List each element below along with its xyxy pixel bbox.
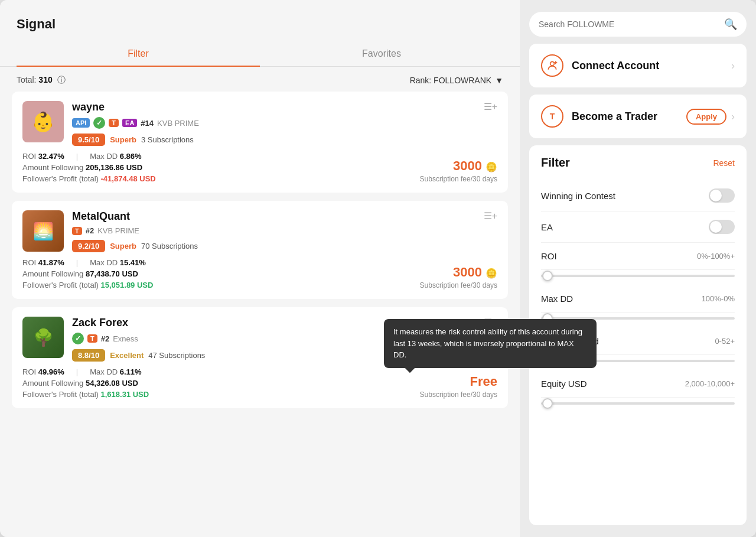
rank-tag: #2 [101, 334, 109, 343]
price-unit: Subscription fee/30 days [420, 281, 497, 289]
price-area: 3000 🪙 Subscription fee/30 days [420, 265, 497, 289]
connect-account-chevron: › [731, 60, 735, 72]
dropdown-icon: ▼ [495, 76, 503, 85]
connect-account-right: › [731, 60, 735, 72]
search-icon: 🔍 [724, 18, 737, 31]
slider-track [541, 275, 735, 277]
right-panel: 🔍 Connect Account › T [520, 0, 756, 537]
price-area: Free Subscription fee/30 days [420, 374, 497, 399]
price-unit: Subscription fee/30 days [420, 175, 497, 183]
maxdd-label: Max DD 15.41% [90, 258, 146, 267]
trader-name: wayne [72, 101, 497, 113]
subscriptions: 3 Subscriptions [141, 135, 194, 144]
quality-label: Excellent [110, 351, 144, 360]
rank-selector[interactable]: Rank: FOLLOWRANK ▼ [410, 76, 503, 85]
filter-title: Filter [541, 156, 570, 170]
filter-row: Max DD 100%-0% [541, 285, 735, 313]
divider: | [76, 367, 78, 376]
following-label: Amount Following 54,326.08 USD [22, 379, 138, 388]
badges: T #2 KVB PRIME [72, 226, 497, 235]
roi-label: ROI 41.87% [22, 258, 64, 267]
filter-label: Winning in Contest [541, 191, 615, 201]
rank-label: Rank: FOLLOWRANK [410, 76, 491, 85]
total-label: Total: [17, 75, 36, 84]
badge-ea: EA [122, 119, 137, 127]
badges: API✓TEA #14 KVB PRIME [72, 117, 497, 129]
signal-card: 👶 wayne API✓TEA #14 KVB PRIME 9.5/10 Sup… [12, 92, 508, 193]
app-container: Signal Filter Favorites Total: 310 ⓘ Ran… [0, 0, 756, 537]
filter-label: Equity USD [541, 379, 587, 389]
become-trader-card[interactable]: T Become a Trader Apply › [529, 95, 747, 138]
signal-list: 👶 wayne API✓TEA #14 KVB PRIME 9.5/10 Sup… [0, 92, 520, 537]
quality-label: Superb [110, 242, 136, 250]
card-main: wayne API✓TEA #14 KVB PRIME 9.5/10 Super… [72, 101, 497, 146]
filter-value: 0%-100%+ [697, 252, 735, 261]
price-area: 3000 🪙 Subscription fee/30 days [420, 158, 497, 183]
filter-toggle[interactable] [709, 220, 735, 234]
subscriptions: 70 Subscriptions [141, 242, 198, 250]
menu-icon[interactable]: ☰+ [484, 102, 497, 112]
menu-icon[interactable]: ☰+ [484, 211, 497, 221]
maxdd-label: Max DD 6.11% [90, 367, 141, 376]
divider: | [76, 258, 78, 267]
card-actions: ☰+ [484, 210, 497, 222]
become-trader-icon: T [541, 105, 563, 128]
filter-label: Max DD [541, 294, 573, 304]
filter-item-group: Max DD 100%-0% [541, 285, 735, 320]
card-header: 🌅 MetalQuant T #2 KVB PRIME 9.2/10 Super… [22, 210, 497, 252]
card-main: MetalQuant T #2 KVB PRIME 9.2/10 Superb … [72, 210, 497, 252]
filter-value: 0-52+ [715, 337, 735, 346]
total-text: Total: 310 ⓘ [17, 75, 66, 86]
signal-card: 🌅 MetalQuant T #2 KVB PRIME 9.2/10 Super… [12, 201, 508, 299]
search-input[interactable] [539, 19, 718, 29]
subscriptions: 47 Subscriptions [148, 351, 205, 360]
badge-verified: ✓ [93, 117, 105, 129]
avatar: 🌳 [22, 317, 64, 358]
filter-item-group: Equity USD 2,000-10,000+ [541, 370, 735, 405]
badge-t: T [109, 119, 119, 127]
roi-label: ROI 32.47% [22, 152, 64, 161]
following-label: Amount Following 205,136.86 USD [22, 163, 142, 172]
become-trader-right: Apply › [686, 109, 735, 125]
tab-filter[interactable]: Filter [17, 41, 260, 66]
rank-tag: #2 [86, 226, 94, 235]
total-count: 310 [38, 75, 52, 84]
slider-thumb[interactable] [542, 398, 553, 409]
reset-button[interactable]: Reset [713, 158, 735, 168]
tooltip-text: It measures the risk control ability of … [393, 327, 582, 359]
broker-tag: KVB PRIME [157, 119, 199, 128]
roi-label: ROI 49.96% [22, 367, 64, 376]
slider-track [541, 402, 735, 405]
filter-label: ROI [541, 251, 557, 261]
become-trader-chevron: › [731, 110, 735, 123]
broker-tag: KVB PRIME [97, 226, 139, 235]
become-trader-left: T Become a Trader [541, 105, 657, 128]
info-icon[interactable]: ⓘ [57, 75, 66, 84]
connect-account-left: Connect Account [541, 54, 659, 77]
score-row: 9.5/10 Superb 3 Subscriptions [72, 134, 497, 146]
slider-thumb[interactable] [542, 271, 553, 281]
tab-favorites[interactable]: Favorites [260, 41, 503, 66]
connect-account-card[interactable]: Connect Account › [529, 44, 747, 87]
connect-account-title: Connect Account [572, 60, 659, 72]
app-title: Signal [0, 0, 520, 41]
price-unit: Subscription fee/30 days [420, 390, 497, 399]
badge-verified: ✓ [72, 333, 84, 344]
filter-value: 2,000-10,000+ [685, 379, 735, 388]
following-label: Amount Following 87,438.70 USD [22, 269, 138, 278]
apply-button[interactable]: Apply [686, 109, 726, 125]
badge-api: API [72, 118, 90, 128]
filter-row: ROI 0%-100%+ [541, 243, 735, 270]
avatar: 👶 [22, 101, 64, 142]
rank-tag: #14 [141, 119, 154, 128]
quality-label: Superb [110, 135, 136, 144]
score-row: 9.2/10 Superb 70 Subscriptions [72, 240, 497, 252]
score-badge: 8.8/10 [72, 349, 105, 362]
trader-name: MetalQuant [72, 210, 497, 223]
maxdd-label: Max DD 6.86% [90, 152, 141, 161]
score-badge: 9.2/10 [72, 240, 105, 252]
search-bar: 🔍 [529, 12, 747, 37]
filter-toggle[interactable] [709, 188, 735, 203]
left-panel: Signal Filter Favorites Total: 310 ⓘ Ran… [0, 0, 520, 537]
svg-point-0 [550, 61, 555, 66]
